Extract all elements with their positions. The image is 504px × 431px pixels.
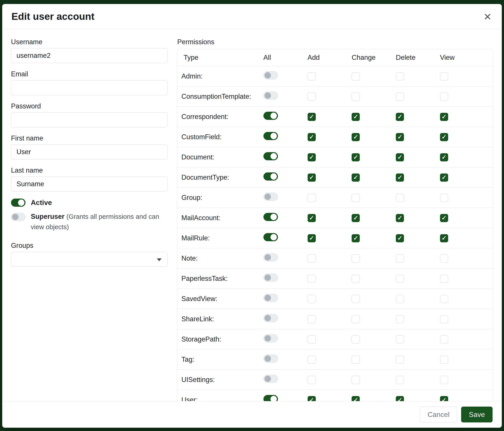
permission-delete-checkbox[interactable] (396, 173, 404, 182)
permission-view-checkbox[interactable] (440, 396, 448, 401)
permission-view-checkbox[interactable] (440, 335, 448, 343)
permission-view-checkbox[interactable] (440, 356, 448, 364)
save-button[interactable]: Save (461, 407, 493, 422)
permission-all-toggle[interactable] (263, 375, 278, 383)
permission-delete-checkbox[interactable] (396, 295, 404, 303)
permission-all-toggle[interactable] (263, 172, 278, 180)
permission-add-checkbox[interactable] (308, 173, 316, 182)
permission-all-toggle[interactable] (263, 274, 278, 282)
permission-all-toggle[interactable] (263, 233, 278, 241)
permission-view-checkbox[interactable] (440, 234, 448, 242)
permission-delete-checkbox[interactable] (396, 396, 404, 401)
permission-all-toggle[interactable] (263, 253, 278, 261)
permission-add-checkbox[interactable] (308, 93, 316, 101)
permission-delete-checkbox[interactable] (396, 315, 404, 323)
permission-add-checkbox[interactable] (308, 335, 316, 343)
permission-add-checkbox[interactable] (308, 214, 316, 222)
permission-change-checkbox[interactable] (352, 275, 360, 283)
password-field[interactable] (11, 112, 168, 127)
permission-change-checkbox[interactable] (352, 295, 360, 303)
permission-delete-checkbox[interactable] (396, 275, 404, 283)
permission-all-toggle[interactable] (263, 112, 278, 120)
permission-add-checkbox[interactable] (308, 72, 316, 81)
permission-delete-checkbox[interactable] (396, 93, 404, 101)
permission-all-toggle[interactable] (263, 334, 278, 342)
user-form: Username Email Password First name Last … (11, 38, 168, 392)
permission-view-checkbox[interactable] (440, 173, 448, 182)
permission-add-checkbox[interactable] (308, 133, 316, 141)
permission-view-checkbox[interactable] (440, 194, 448, 202)
permission-delete-checkbox[interactable] (396, 113, 404, 121)
permission-view-checkbox[interactable] (440, 315, 448, 323)
permission-change-checkbox[interactable] (352, 173, 360, 182)
permission-view-checkbox[interactable] (440, 376, 448, 384)
permission-change-checkbox[interactable] (352, 396, 360, 401)
active-row: Active (11, 198, 168, 207)
permission-all-toggle[interactable] (263, 193, 278, 201)
active-toggle[interactable] (11, 198, 26, 207)
permission-all-toggle[interactable] (263, 354, 278, 363)
permission-view-checkbox[interactable] (440, 153, 448, 162)
permission-change-checkbox[interactable] (352, 214, 360, 222)
first-name-input[interactable] (11, 144, 168, 159)
permission-add-checkbox[interactable] (308, 113, 316, 121)
permission-view-checkbox[interactable] (440, 295, 448, 303)
permission-add-checkbox[interactable] (308, 396, 316, 401)
permission-add-checkbox[interactable] (308, 234, 316, 242)
permission-all-toggle[interactable] (263, 91, 278, 100)
cancel-button[interactable]: Cancel (420, 407, 457, 422)
permission-add-checkbox[interactable] (308, 275, 316, 283)
username-input[interactable] (11, 48, 168, 63)
permission-all-toggle[interactable] (263, 314, 278, 322)
permission-delete-checkbox[interactable] (396, 214, 404, 222)
permission-delete-checkbox[interactable] (396, 356, 404, 364)
superuser-toggle[interactable] (11, 213, 26, 221)
permission-view-checkbox[interactable] (440, 93, 448, 101)
email-field[interactable] (11, 80, 168, 95)
permission-all-toggle[interactable] (263, 294, 278, 302)
permission-all-toggle[interactable] (263, 71, 278, 79)
permission-add-checkbox[interactable] (308, 315, 316, 323)
permission-add-checkbox[interactable] (308, 295, 316, 303)
permission-delete-checkbox[interactable] (396, 194, 404, 202)
permission-change-checkbox[interactable] (352, 153, 360, 162)
permission-add-checkbox[interactable] (308, 153, 316, 162)
permission-change-checkbox[interactable] (352, 133, 360, 141)
permission-all-toggle[interactable] (263, 152, 278, 160)
permission-delete-checkbox[interactable] (396, 335, 404, 343)
permission-change-checkbox[interactable] (352, 254, 360, 262)
permission-add-checkbox[interactable] (308, 356, 316, 364)
permission-add-checkbox[interactable] (308, 376, 316, 384)
permission-change-checkbox[interactable] (352, 72, 360, 81)
permission-add-checkbox[interactable] (308, 254, 316, 262)
permission-change-checkbox[interactable] (352, 234, 360, 242)
permission-view-checkbox[interactable] (440, 113, 448, 121)
permission-view-checkbox[interactable] (440, 133, 448, 141)
permission-delete-checkbox[interactable] (396, 153, 404, 162)
permission-view-checkbox[interactable] (440, 275, 448, 283)
permission-delete-checkbox[interactable] (396, 376, 404, 384)
permission-all-toggle[interactable] (263, 132, 278, 140)
permission-change-checkbox[interactable] (352, 335, 360, 343)
permission-type-label: DocumentType: (178, 167, 260, 188)
permission-add-checkbox[interactable] (308, 194, 316, 202)
permission-all-toggle[interactable] (263, 395, 278, 401)
permission-delete-checkbox[interactable] (396, 234, 404, 242)
permission-change-checkbox[interactable] (352, 113, 360, 121)
permission-view-checkbox[interactable] (440, 214, 448, 222)
permission-change-checkbox[interactable] (352, 315, 360, 323)
permission-change-checkbox[interactable] (352, 356, 360, 364)
close-icon[interactable]: × (482, 10, 493, 23)
permission-change-checkbox[interactable] (352, 93, 360, 101)
last-name-input[interactable] (11, 177, 168, 191)
groups-select[interactable] (11, 252, 168, 267)
permission-view-checkbox[interactable] (440, 254, 448, 262)
permission-all-toggle[interactable] (263, 213, 278, 221)
first-name-group: First name (11, 134, 168, 159)
permission-delete-checkbox[interactable] (396, 133, 404, 141)
permission-change-checkbox[interactable] (352, 194, 360, 202)
permission-delete-checkbox[interactable] (396, 254, 404, 262)
permission-change-checkbox[interactable] (352, 376, 360, 384)
permission-view-checkbox[interactable] (440, 72, 448, 81)
permission-delete-checkbox[interactable] (396, 72, 404, 81)
